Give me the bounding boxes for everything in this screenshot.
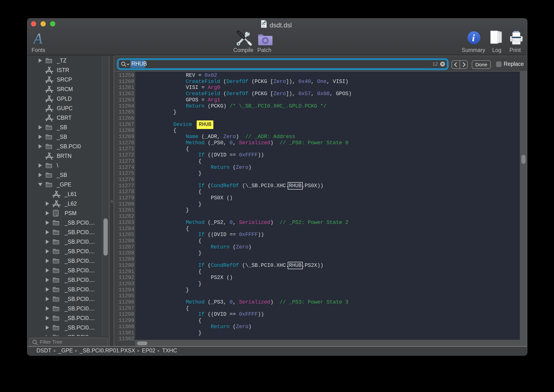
svg-text:DSL: DSL [263,26,265,28]
svg-text:A: A [33,32,43,46]
svg-text:i: i [472,32,475,43]
